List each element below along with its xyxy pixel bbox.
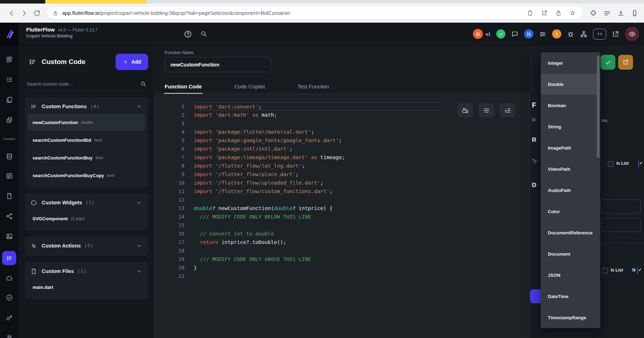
todo-count-badge[interactable]: 11: [524, 29, 533, 39]
nullable-checkbox-2[interactable]: [637, 268, 638, 274]
chevron-down-icon[interactable]: [136, 243, 142, 249]
back-icon[interactable]: [5, 7, 18, 19]
type-option-string[interactable]: String: [541, 116, 600, 137]
tab-code-copilot[interactable]: Code Copilot: [234, 80, 265, 93]
components-icon[interactable]: [2, 113, 16, 127]
extensions-puzzle-icon[interactable]: [589, 8, 598, 18]
section-header[interactable]: Custom Actions ( 0 ): [28, 239, 145, 252]
code-line[interactable]: 11import '/flutter_flow/custom_functions…: [154, 187, 530, 196]
widget-tree-icon[interactable]: [580, 30, 587, 38]
bookmark-star-icon[interactable]: [568, 8, 577, 18]
help-icon[interactable]: [184, 30, 192, 38]
media-assets-icon[interactable]: [2, 229, 16, 243]
tab-test-function[interactable]: Test Function: [298, 80, 329, 93]
preview-eye-icon[interactable]: [625, 27, 639, 41]
type-option-json[interactable]: JSON: [541, 264, 600, 286]
custom-code-icon[interactable]: [2, 251, 16, 265]
open-in-new-icon[interactable]: [612, 30, 619, 38]
device-icon[interactable]: [630, 8, 639, 18]
add-button[interactable]: Add: [116, 54, 148, 70]
forms-icon[interactable]: [2, 169, 16, 183]
code-line[interactable]: 16 // convert int to double: [154, 229, 530, 238]
integrations-icon[interactable]: [2, 209, 16, 223]
code-line[interactable]: 10import '/flutter_flow/uploaded_file.da…: [154, 179, 530, 187]
open-in-new-icon[interactable]: [540, 8, 549, 18]
download-icon[interactable]: [616, 8, 625, 18]
argument-name-field[interactable]: [601, 199, 641, 214]
search-input[interactable]: [26, 81, 140, 87]
flutterflow-logo[interactable]: [0, 23, 18, 45]
format-code-icon[interactable]: [479, 103, 494, 117]
section-header[interactable]: Custom Files ( 1 ): [28, 264, 145, 278]
list-item[interactable]: searchCustomFunctionBuybool: [28, 149, 145, 166]
type-option-boolean[interactable]: Boolean: [541, 95, 600, 116]
list-item[interactable]: newCustomFunctiondouble: [28, 114, 145, 131]
copilot-disabled-icon[interactable]: [457, 103, 473, 117]
files-icon[interactable]: [2, 189, 16, 203]
code-line[interactable]: 20}: [154, 263, 530, 272]
open-function-button[interactable]: [618, 55, 633, 70]
code-line[interactable]: 9import '/flutter_flow/place.dart';: [154, 170, 530, 179]
code-line[interactable]: 3: [154, 119, 530, 128]
type-option-document[interactable]: Document: [541, 243, 600, 264]
clipboard-icon[interactable]: [526, 8, 535, 18]
auto-indent-icon[interactable]: [500, 103, 515, 117]
nullable-checkbox[interactable]: [638, 161, 639, 168]
list-item[interactable]: main.dart: [28, 279, 145, 296]
code-line[interactable]: 8import '/flutter_flow/lat_lng.dart';: [154, 162, 530, 170]
list-item[interactable]: SVGComponent(2 args): [28, 210, 145, 227]
code-line[interactable]: 19 /// MODIFY CODE ONLY ABOVE THIS LINE: [154, 255, 530, 263]
type-option-imagepath[interactable]: ImagePath: [541, 137, 600, 158]
type-option-double[interactable]: Double: [541, 74, 600, 95]
database-icon[interactable]: [2, 149, 16, 163]
code-line[interactable]: 17 return intprice?.toDouble();: [154, 238, 530, 246]
list-item[interactable]: searchCustomFunctionBuyCopybool: [28, 167, 145, 184]
forward-icon[interactable]: [18, 7, 30, 19]
chevron-down-icon[interactable]: [136, 103, 142, 110]
share-icon[interactable]: [554, 8, 563, 18]
url-bar[interactable]: app.flutterflow.io/project/copart-vehicl…: [47, 7, 583, 19]
alert-count-badge[interactable]: 1: [552, 29, 561, 39]
dropdown-scrollbar-thumb[interactable]: [597, 56, 599, 158]
cloud-icon[interactable]: [2, 271, 16, 285]
developer-code-icon[interactable]: [593, 29, 606, 40]
code-line[interactable]: 15: [154, 221, 530, 229]
is-list-checkbox-2[interactable]: [603, 268, 608, 273]
is-list-checkbox[interactable]: [608, 161, 613, 167]
type-option-timestamprange[interactable]: TimestampRange: [541, 307, 600, 328]
version-label[interactable]: v1: [486, 31, 491, 37]
section-header[interactable]: Custom Functions ( 4 ): [28, 100, 145, 113]
type-option-documentreference[interactable]: DocumentReference: [541, 222, 600, 243]
code-line[interactable]: 13double? newCustomFunction(double? intp…: [154, 204, 530, 212]
version-avatar-icon[interactable]: G: [473, 29, 483, 39]
type-option-videopath[interactable]: VideoPath: [541, 158, 600, 180]
tab-group-yellow[interactable]: [45, 0, 146, 4]
settings-gear-icon[interactable]: [2, 330, 16, 338]
page-selector-icon[interactable]: [2, 72, 16, 87]
code-editor[interactable]: 1import 'dart:convert';2import 'dart:mat…: [154, 94, 530, 338]
tab-function-code[interactable]: Function Code: [165, 80, 202, 93]
api-keys-icon[interactable]: [2, 310, 16, 325]
code-line[interactable]: 5import 'package:google_fonts/google_fon…: [154, 136, 530, 145]
search-icon[interactable]: [200, 30, 207, 37]
argument-type-field[interactable]: [601, 218, 641, 232]
code-line[interactable]: 21: [154, 272, 530, 280]
bug-icon[interactable]: [567, 30, 574, 38]
comments-icon[interactable]: [511, 30, 519, 38]
documents-icon[interactable]: [2, 93, 16, 107]
code-line[interactable]: 6import 'package:intl/intl.dart';: [154, 145, 530, 153]
code-line[interactable]: 7import 'package:timeago/timeago.dart' a…: [154, 153, 530, 162]
refresh-icon[interactable]: [30, 7, 43, 19]
reading-list-icon[interactable]: [602, 8, 611, 18]
section-header[interactable]: Custom Widgets ( 1 ): [28, 196, 145, 209]
search-icon[interactable]: [140, 81, 147, 87]
type-option-datetime[interactable]: DateTime: [541, 286, 600, 307]
chevron-down-icon[interactable]: [136, 268, 142, 274]
type-option-color[interactable]: Color: [541, 201, 600, 222]
code-line[interactable]: 14 /// MODIFY CODE ONLY BELOW THIS LINE: [154, 212, 530, 221]
code-line[interactable]: 4import 'package:flutter/material.dart';: [154, 128, 530, 136]
type-option-audiopath[interactable]: AudioPath: [541, 180, 600, 201]
dashboard-add-icon[interactable]: [2, 52, 16, 66]
save-function-button[interactable]: [601, 55, 615, 70]
code-line[interactable]: 18: [154, 246, 530, 255]
